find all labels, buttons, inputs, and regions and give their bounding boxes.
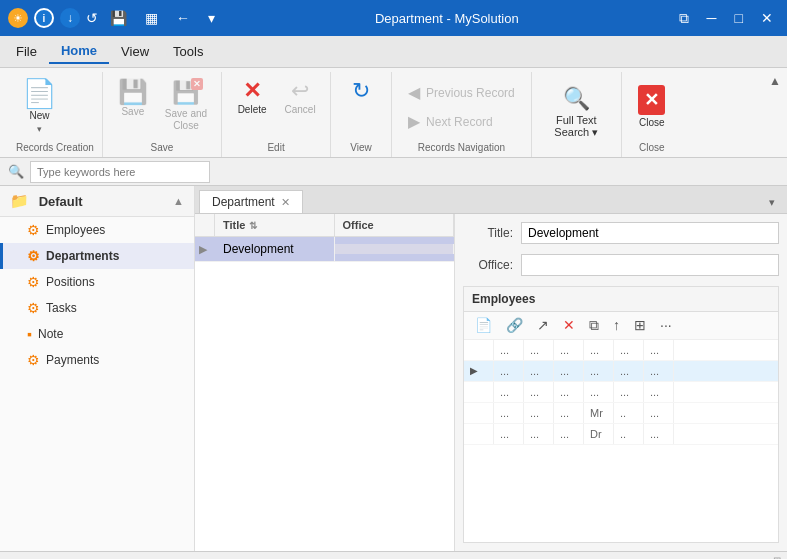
sub-table-row[interactable]: ... ... ... Mr .. ... [464, 403, 778, 424]
save-button[interactable]: 💾 Save [111, 76, 155, 122]
employees-subtable: Employees 📄 🔗 ↗ ✕ ⧉ ↑ ⊞ ··· [463, 286, 779, 543]
subtoolbar-new-btn[interactable]: 📄 [470, 315, 497, 336]
save-icon-ribbon: 💾 [118, 80, 148, 104]
sub-cell: .. [614, 424, 644, 444]
save-close-button[interactable]: 💾 ✕ Save andClose [159, 76, 213, 136]
next-icon: ▶ [408, 112, 420, 131]
sub-cell: ... [644, 382, 674, 402]
subtoolbar-link-arrow-btn[interactable]: ↗ [532, 315, 554, 336]
sidebar-item-tasks-label: Tasks [46, 301, 77, 315]
sub-cell: ... [524, 340, 554, 360]
table-row[interactable]: ▶ Development [195, 237, 454, 262]
download-icon[interactable]: ↓ [60, 8, 80, 28]
subtoolbar-grid-btn[interactable]: ⊞ [629, 315, 651, 336]
sub-table-row[interactable]: ... ... ... ... ... ... [464, 382, 778, 403]
sub-row-expand-icon: ▶ [464, 361, 494, 381]
menu-home[interactable]: Home [49, 39, 109, 64]
group-label-close: Close [630, 142, 674, 157]
sub-cell-mr: Mr [584, 403, 614, 423]
prev-icon: ◀ [408, 83, 420, 102]
sub-cell: ... [494, 361, 524, 381]
menu-view[interactable]: View [109, 40, 161, 63]
close-button[interactable]: ✕ Close [630, 81, 674, 133]
sub-cell: ... [644, 424, 674, 444]
sub-cell: ... [644, 403, 674, 423]
subtoolbar-copy-btn[interactable]: ⧉ [584, 315, 604, 336]
sidebar-item-departments[interactable]: ⚙ Departments [0, 243, 194, 269]
title-label: Title: [463, 226, 513, 240]
sidebar-group-default[interactable]: 📁 Default ▲ [0, 186, 194, 217]
search-input[interactable] [30, 161, 210, 183]
ribbon-group-close: ✕ Close Close [622, 72, 682, 157]
search-icon: 🔍 [8, 164, 24, 179]
sub-table-row[interactable]: ... ... ... ... ... ... [464, 340, 778, 361]
save-icon[interactable]: 💾 [104, 8, 133, 28]
subtable-toolbar: 📄 🔗 ↗ ✕ ⧉ ↑ ⊞ ··· [464, 312, 778, 340]
sub-table-row[interactable]: ... ... ... Dr .. ... [464, 424, 778, 445]
sidebar-item-positions[interactable]: ⚙ Positions [0, 269, 194, 295]
th-title: Title ⇅ [215, 214, 335, 236]
info-icon[interactable]: i [34, 8, 54, 28]
sidebar-item-tasks[interactable]: ⚙ Tasks [0, 295, 194, 321]
subtoolbar-delete-btn[interactable]: ✕ [558, 315, 580, 336]
sub-table-row[interactable]: ▶ ... ... ... ... ... ... [464, 361, 778, 382]
sub-cell: ... [554, 382, 584, 402]
sidebar-item-employees-label: Employees [46, 223, 105, 237]
employees-gear-icon: ⚙ [27, 222, 40, 238]
content-area: Department ✕ ▾ Title ⇅ Office [195, 186, 787, 551]
row-expand-icon[interactable]: ▶ [195, 239, 215, 260]
sub-cell: ... [584, 340, 614, 360]
sidebar-item-payments[interactable]: ⚙ Payments [0, 347, 194, 373]
tab-department[interactable]: Department ✕ [199, 190, 303, 213]
nav-group: ◀ Previous Record ▶ Next Record [400, 76, 523, 138]
subtoolbar-export-btn[interactable]: ↑ [608, 315, 625, 336]
sub-cell: ... [494, 382, 524, 402]
sidebar-item-positions-label: Positions [46, 275, 95, 289]
delete-icon: ✕ [243, 80, 261, 102]
refresh-icon[interactable]: ↺ [86, 10, 98, 26]
tab-dropdown-button[interactable]: ▾ [761, 192, 783, 213]
sun-icon[interactable]: ☀ [8, 8, 28, 28]
subtoolbar-more-btn[interactable]: ··· [655, 315, 677, 336]
tab-bar: Department ✕ ▾ [195, 186, 787, 214]
back-icon[interactable]: ← [170, 8, 196, 28]
departments-gear-icon: ⚙ [27, 248, 40, 264]
sidebar-item-payments-label: Payments [46, 353, 99, 367]
close-icon[interactable]: ✕ [755, 8, 779, 28]
group-label-view: View [339, 142, 383, 157]
form-icon[interactable]: ▦ [139, 8, 164, 28]
next-record-button[interactable]: ▶ Next Record [400, 109, 523, 134]
restore-icon[interactable]: ⧉ [673, 8, 695, 29]
sidebar-item-employees[interactable]: ⚙ Employees [0, 217, 194, 243]
form-row-office: Office: [463, 254, 779, 276]
sort-icon[interactable]: ⇅ [249, 220, 257, 231]
title-bar: ☀ i ↓ ↺ 💾 ▦ ← ▾ Department - MySolution … [0, 0, 787, 36]
cell-title: Development [215, 237, 335, 261]
sub-cell: ... [494, 340, 524, 360]
prev-record-button[interactable]: ◀ Previous Record [400, 80, 523, 105]
new-button[interactable]: 📄 New ▾ [16, 76, 63, 138]
table-area: Title ⇅ Office ▶ Development [195, 214, 455, 551]
cancel-button[interactable]: ↩ Cancel [278, 76, 322, 120]
sidebar-item-note[interactable]: ▪ Note [0, 321, 194, 347]
full-text-search-button[interactable]: 🔍 Full TextSearch ▾ [542, 80, 610, 145]
main-layout: 📁 Default ▲ ⚙ Employees ⚙ Departments ⚙ … [0, 186, 787, 551]
expand-col-header [195, 214, 215, 236]
ribbon-group-records-creation: 📄 New ▾ Records Creation [8, 72, 103, 157]
sidebar: 📁 Default ▲ ⚙ Employees ⚙ Departments ⚙ … [0, 186, 195, 551]
ribbon-collapse-button[interactable]: ▲ [769, 74, 781, 88]
view-refresh-button[interactable]: ↻ [339, 76, 383, 106]
maximize-icon[interactable]: □ [729, 8, 749, 28]
menu-file[interactable]: File [4, 40, 49, 63]
ribbon-group-edit: ✕ Delete ↩ Cancel Edit [222, 72, 331, 157]
office-input[interactable] [521, 254, 779, 276]
delete-button[interactable]: ✕ Delete [230, 76, 274, 120]
subtoolbar-link-btn[interactable]: 🔗 [501, 315, 528, 336]
minimize-icon[interactable]: ─ [701, 8, 723, 28]
tab-close-icon[interactable]: ✕ [281, 196, 290, 209]
sidebar-group-chevron: ▲ [173, 195, 184, 207]
note-icon: ▪ [27, 326, 32, 342]
menu-tools[interactable]: Tools [161, 40, 215, 63]
dropdown-icon[interactable]: ▾ [202, 8, 221, 28]
title-input[interactable] [521, 222, 779, 244]
